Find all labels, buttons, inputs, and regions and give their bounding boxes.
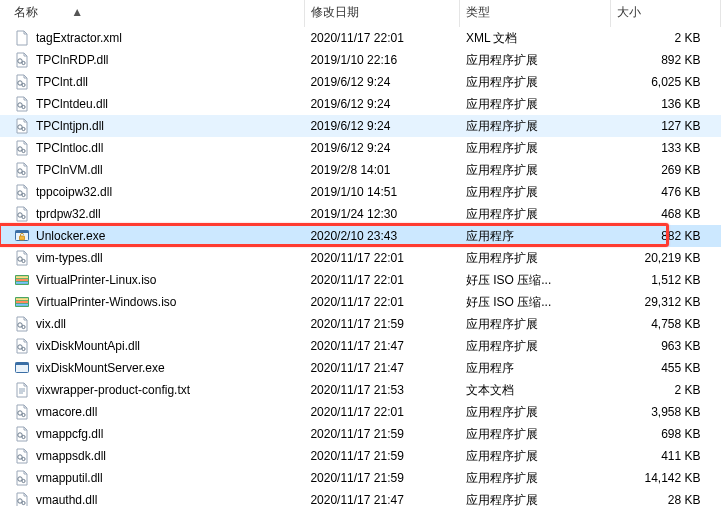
file-name-label: vmapputil.dll <box>36 471 103 485</box>
file-type-label: 好压 ISO 压缩... <box>460 291 611 313</box>
file-type-label: 应用程序扩展 <box>460 489 611 506</box>
sort-indicator-icon: ▲ <box>71 5 83 19</box>
column-header-row: 名称 ▲ 修改日期 类型 大小 <box>0 0 721 27</box>
table-row[interactable]: TPClnVM.dll2019/2/8 14:01应用程序扩展269 KB <box>0 159 721 181</box>
file-type-label: 好压 ISO 压缩... <box>460 269 611 291</box>
dll-icon <box>14 338 30 354</box>
table-row[interactable]: vmapputil.dll2020/11/17 21:59应用程序扩展14,14… <box>0 467 721 489</box>
exe-icon <box>14 360 30 376</box>
table-row[interactable]: Unlocker.exe2020/2/10 23:43应用程序882 KB <box>0 225 721 247</box>
column-header-date[interactable]: 修改日期 <box>304 0 459 27</box>
dll-icon <box>14 448 30 464</box>
file-date-label: 2020/11/17 21:53 <box>304 379 459 401</box>
column-header-size[interactable]: 大小 <box>611 0 721 27</box>
iso-icon <box>14 272 30 288</box>
table-row[interactable]: TPClnRDP.dll2019/1/10 22:16应用程序扩展892 KB <box>0 49 721 71</box>
file-type-label: 应用程序扩展 <box>460 313 611 335</box>
dll-icon <box>14 96 30 112</box>
file-size-label: 963 KB <box>611 335 721 357</box>
file-type-label: 应用程序扩展 <box>460 181 611 203</box>
file-type-label: 应用程序扩展 <box>460 159 611 181</box>
file-name-label: vmappsdk.dll <box>36 449 106 463</box>
file-size-label: 28 KB <box>611 489 721 506</box>
file-name-label: TPClnt.dll <box>36 75 88 89</box>
table-row[interactable]: vixwrapper-product-config.txt2020/11/17 … <box>0 379 721 401</box>
file-type-label: 应用程序扩展 <box>460 93 611 115</box>
file-date-label: 2020/11/17 22:01 <box>304 269 459 291</box>
file-name-label: TPClntjpn.dll <box>36 119 104 133</box>
exe-unlock-icon <box>14 228 30 244</box>
table-row[interactable]: tppcoipw32.dll2019/1/10 14:51应用程序扩展476 K… <box>0 181 721 203</box>
table-row[interactable]: vix.dll2020/11/17 21:59应用程序扩展4,758 KB <box>0 313 721 335</box>
file-name-label: Unlocker.exe <box>36 229 105 243</box>
file-date-label: 2019/6/12 9:24 <box>304 137 459 159</box>
file-date-label: 2020/11/17 21:59 <box>304 445 459 467</box>
table-row[interactable]: TPClnt.dll2019/6/12 9:24应用程序扩展6,025 KB <box>0 71 721 93</box>
dll-icon <box>14 316 30 332</box>
file-type-label: 应用程序扩展 <box>460 71 611 93</box>
dll-icon <box>14 118 30 134</box>
file-type-label: XML 文档 <box>460 27 611 49</box>
file-date-label: 2020/11/17 21:59 <box>304 313 459 335</box>
table-row[interactable]: vixDiskMountServer.exe2020/11/17 21:47应用… <box>0 357 721 379</box>
file-name-label: vixDiskMountServer.exe <box>36 361 165 375</box>
file-type-label: 应用程序扩展 <box>460 115 611 137</box>
file-type-label: 应用程序扩展 <box>460 467 611 489</box>
file-type-label: 应用程序扩展 <box>460 335 611 357</box>
file-name-label: tppcoipw32.dll <box>36 185 112 199</box>
file-name-label: tprdpw32.dll <box>36 207 101 221</box>
file-name-label: VirtualPrinter-Windows.iso <box>36 295 177 309</box>
dll-icon <box>14 250 30 266</box>
file-size-label: 698 KB <box>611 423 721 445</box>
table-row[interactable]: vixDiskMountApi.dll2020/11/17 21:47应用程序扩… <box>0 335 721 357</box>
file-size-label: 14,142 KB <box>611 467 721 489</box>
file-date-label: 2020/11/17 22:01 <box>304 247 459 269</box>
file-size-label: 269 KB <box>611 159 721 181</box>
dll-icon <box>14 74 30 90</box>
table-row[interactable]: TPClntjpn.dll2019/6/12 9:24应用程序扩展127 KB <box>0 115 721 137</box>
file-size-label: 892 KB <box>611 49 721 71</box>
file-size-label: 2 KB <box>611 27 721 49</box>
file-type-label: 应用程序扩展 <box>460 203 611 225</box>
file-date-label: 2019/6/12 9:24 <box>304 71 459 93</box>
table-row[interactable]: vmappsdk.dll2020/11/17 21:59应用程序扩展411 KB <box>0 445 721 467</box>
file-name-label: TPClntloc.dll <box>36 141 103 155</box>
file-name-label: vim-types.dll <box>36 251 103 265</box>
table-row[interactable]: TPClntloc.dll2019/6/12 9:24应用程序扩展133 KB <box>0 137 721 159</box>
table-row[interactable]: vim-types.dll2020/11/17 22:01应用程序扩展20,21… <box>0 247 721 269</box>
file-date-label: 2020/11/17 21:47 <box>304 335 459 357</box>
file-date-label: 2020/11/17 22:01 <box>304 27 459 49</box>
dll-icon <box>14 426 30 442</box>
table-row[interactable]: TPClntdeu.dll2019/6/12 9:24应用程序扩展136 KB <box>0 93 721 115</box>
table-row[interactable]: vmappcfg.dll2020/11/17 21:59应用程序扩展698 KB <box>0 423 721 445</box>
file-name-label: vixwrapper-product-config.txt <box>36 383 190 397</box>
file-date-label: 2019/1/24 12:30 <box>304 203 459 225</box>
table-row[interactable]: vmacore.dll2020/11/17 22:01应用程序扩展3,958 K… <box>0 401 721 423</box>
file-name-label: vmauthd.dll <box>36 493 97 506</box>
column-header-name[interactable]: 名称 ▲ <box>0 0 304 27</box>
table-row[interactable]: VirtualPrinter-Linux.iso2020/11/17 22:01… <box>0 269 721 291</box>
column-header-name-label: 名称 <box>14 5 38 19</box>
dll-icon <box>14 140 30 156</box>
dll-icon <box>14 162 30 178</box>
iso-icon <box>14 294 30 310</box>
column-header-type[interactable]: 类型 <box>460 0 611 27</box>
table-row[interactable]: tprdpw32.dll2019/1/24 12:30应用程序扩展468 KB <box>0 203 721 225</box>
dll-icon <box>14 184 30 200</box>
file-type-label: 应用程序扩展 <box>460 49 611 71</box>
table-row[interactable]: vmauthd.dll2020/11/17 21:47应用程序扩展28 KB <box>0 489 721 506</box>
file-size-label: 3,958 KB <box>611 401 721 423</box>
file-size-label: 4,758 KB <box>611 313 721 335</box>
file-name-label: TPClnVM.dll <box>36 163 103 177</box>
dll-icon <box>14 52 30 68</box>
file-name-label: vmappcfg.dll <box>36 427 103 441</box>
file-size-label: 476 KB <box>611 181 721 203</box>
dll-icon <box>14 206 30 222</box>
file-type-label: 应用程序扩展 <box>460 247 611 269</box>
file-size-label: 29,312 KB <box>611 291 721 313</box>
table-row[interactable]: tagExtractor.xml2020/11/17 22:01XML 文档2 … <box>0 27 721 49</box>
file-size-label: 2 KB <box>611 379 721 401</box>
table-row[interactable]: VirtualPrinter-Windows.iso2020/11/17 22:… <box>0 291 721 313</box>
file-date-label: 2020/11/17 21:59 <box>304 423 459 445</box>
file-name-label: VirtualPrinter-Linux.iso <box>36 273 157 287</box>
